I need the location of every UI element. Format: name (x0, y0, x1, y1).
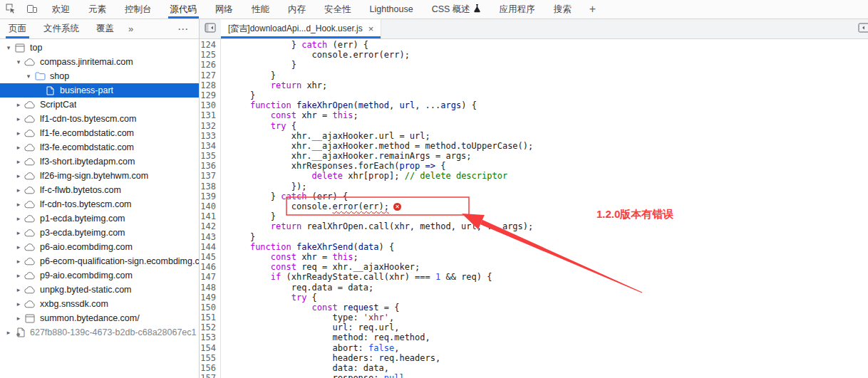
line-number[interactable]: 152 (200, 322, 216, 332)
chevron-right-icon[interactable]: ▸ (14, 115, 23, 122)
line-number[interactable]: 124 (200, 40, 216, 50)
line-number[interactable]: 126 (200, 60, 216, 70)
devtools-tab-performance[interactable]: 性能 (242, 0, 279, 19)
chevron-right-icon[interactable]: ▸ (14, 243, 23, 251)
editor-tab-active[interactable]: [蛮吉]downloadApi...d_Hook.user.js × (221, 19, 381, 38)
tree-item-lf26-img-sign.bytehwm.com[interactable]: ▸lf26-img-sign.bytehwm.com (0, 169, 199, 183)
devtools-tab-security[interactable]: 安全性 (315, 0, 361, 19)
tree-item-p6-aio.ecombdimg.com[interactable]: ▸p6-aio.ecombdimg.com (0, 240, 199, 254)
line-number[interactable]: 144 (200, 242, 216, 252)
tree-item-lf3-fe.ecombdstatic.com[interactable]: ▸lf3-fe.ecombdstatic.com (0, 140, 199, 154)
line-number[interactable]: 139 (200, 191, 216, 201)
line-number[interactable]: 136 (200, 161, 216, 171)
line-number[interactable]: 153 (200, 332, 216, 342)
line-number[interactable]: 138 (200, 182, 216, 191)
code-content[interactable]: } catch (err) { console.error(err); } } … (221, 39, 868, 378)
tree-item-lf3-short.ibytedapm.com[interactable]: ▸lf3-short.ibytedapm.com (0, 154, 199, 169)
tree-item-lf-cdn-tos.bytescm.com[interactable]: ▸lf-cdn-tos.bytescm.com (0, 197, 199, 211)
tree-item-top[interactable]: ▾top (0, 41, 199, 55)
line-number[interactable]: 129 (200, 90, 216, 100)
chevron-right-icon[interactable]: ▸ (14, 272, 23, 279)
chevron-down-icon[interactable]: ▾ (4, 44, 13, 51)
line-number[interactable]: 155 (200, 353, 216, 363)
line-number[interactable]: 154 (200, 343, 216, 353)
line-number[interactable]: 151 (200, 313, 216, 322)
code-viewport[interactable]: 1241251261271281291301311321331341351361… (200, 39, 868, 378)
device-toolbar-button[interactable] (21, 0, 43, 19)
line-number[interactable]: 156 (200, 363, 216, 373)
devtools-tab-css-overview[interactable]: CSS 概述 (423, 0, 490, 19)
devtools-tab-memory[interactable]: 内存 (279, 0, 315, 19)
line-number[interactable]: 148 (200, 283, 216, 293)
line-number[interactable]: 146 (200, 262, 216, 272)
toggle-navigator-button[interactable] (200, 19, 221, 38)
devtools-tab-search[interactable]: 搜索 (544, 0, 581, 19)
add-panel-button[interactable]: + (581, 0, 604, 19)
chevron-right-icon[interactable]: ▸ (14, 158, 23, 165)
line-number[interactable]: 143 (200, 232, 216, 242)
line-number[interactable]: 131 (200, 110, 216, 120)
devtools-tab-elements[interactable]: 元素 (79, 0, 115, 19)
tree-item-business-part[interactable]: business-part (0, 83, 199, 98)
devtools-tab-lighthouse[interactable]: Lighthouse (361, 0, 423, 19)
inspect-element-button[interactable] (0, 0, 21, 19)
navigator-menu-button[interactable]: ⋯ (167, 19, 199, 38)
tree-item-lf-c-flwb.bytetos.com[interactable]: ▸lf-c-flwb.bytetos.com (0, 183, 199, 197)
line-number[interactable]: 135 (200, 151, 216, 161)
line-number[interactable]: 149 (200, 293, 216, 303)
tree-item-compass.jinritemai.com[interactable]: ▾compass.jinritemai.com (0, 55, 199, 69)
chevron-right-icon[interactable]: ▸ (14, 315, 23, 322)
devtools-tab-welcome[interactable]: 欢迎 (43, 0, 79, 19)
line-number[interactable]: 157 (200, 373, 216, 378)
tree-item-summon.bytedance.com[interactable]: ▸summon.bytedance.com/ (0, 311, 199, 325)
line-number[interactable]: 132 (200, 121, 216, 131)
tree-item-p3-ecda.byteimg.com[interactable]: ▸p3-ecda.byteimg.com (0, 226, 199, 240)
line-number[interactable]: 125 (200, 50, 216, 60)
line-number[interactable]: 130 (200, 100, 216, 110)
line-number[interactable]: 128 (200, 80, 216, 90)
chevron-right-icon[interactable]: ▸ (14, 258, 23, 265)
tree-item-lf1-fe.ecombdstatic.com[interactable]: ▸lf1-fe.ecombdstatic.com (0, 126, 199, 140)
line-number[interactable]: 145 (200, 252, 216, 262)
chevron-right-icon[interactable]: ▸ (14, 286, 23, 293)
close-tab-icon[interactable]: × (368, 23, 374, 34)
line-number[interactable]: 150 (200, 303, 216, 313)
devtools-tab-sources[interactable]: 源代码 (161, 0, 207, 19)
line-number[interactable]: 142 (200, 221, 216, 231)
tree-item-627fb880-139c-4673-b2db-c68a28067ec1[interactable]: ▸627fb880-139c-4673-b2db-c68a28067ec1 (0, 325, 199, 340)
navigator-tab-filesystem[interactable]: 文件系统 (35, 19, 88, 38)
devtools-tab-network[interactable]: 网络 (206, 0, 242, 19)
tree-item-xxbg.snssdk.com[interactable]: ▸xxbg.snssdk.com (0, 297, 199, 311)
tree-item-scriptcat[interactable]: ▸ScriptCat (0, 98, 199, 112)
line-number[interactable]: 147 (200, 272, 216, 282)
line-number[interactable]: 141 (200, 211, 216, 221)
navigator-tab-overrides[interactable]: 覆盖 (88, 19, 123, 38)
chevron-right-icon[interactable]: ▸ (14, 187, 23, 194)
line-number[interactable]: 133 (200, 131, 216, 141)
tree-item-lf1-cdn-tos.bytescm.com[interactable]: ▸lf1-cdn-tos.bytescm.com (0, 112, 199, 126)
devtools-tab-console[interactable]: 控制台 (115, 0, 161, 19)
chevron-right-icon[interactable]: ▸ (14, 144, 23, 151)
chevron-right-icon[interactable]: ▸ (14, 300, 23, 308)
chevron-right-icon[interactable]: ▸ (14, 229, 23, 236)
navigator-tab-page[interactable]: 页面 (0, 19, 35, 38)
chevron-right-icon[interactable]: ▸ (14, 215, 23, 222)
chevron-right-icon[interactable]: ▸ (14, 101, 23, 108)
editor-tabbar-right-button[interactable] (858, 19, 868, 38)
chevron-right-icon[interactable]: ▸ (14, 201, 23, 208)
chevron-right-icon[interactable]: ▸ (14, 172, 23, 179)
tree-item-p9-aio.ecombdimg.com[interactable]: ▸p9-aio.ecombdimg.com (0, 268, 199, 283)
chevron-down-icon[interactable]: ▾ (24, 73, 33, 80)
devtools-tab-application[interactable]: 应用程序 (490, 0, 544, 19)
tree-item-unpkg.byted-static.com[interactable]: ▸unpkg.byted-static.com (0, 283, 199, 297)
tree-item-p1-ecda.byteimg.com[interactable]: ▸p1-ecda.byteimg.com (0, 211, 199, 226)
tree-item-shop[interactable]: ▾shop (0, 69, 199, 83)
tree-item-p6-ecom-qualification-sign.ecombdimg.co[interactable]: ▸p6-ecom-qualification-sign.ecombdimg.co (0, 254, 199, 268)
error-icon[interactable]: ✕ (393, 203, 401, 211)
line-number[interactable]: 140 (200, 201, 216, 211)
line-number[interactable]: 127 (200, 70, 216, 80)
line-number[interactable]: 137 (200, 171, 216, 181)
chevron-right-icon[interactable]: ▸ (14, 130, 23, 137)
chevron-down-icon[interactable]: ▾ (14, 58, 23, 65)
line-number[interactable]: 134 (200, 141, 216, 151)
